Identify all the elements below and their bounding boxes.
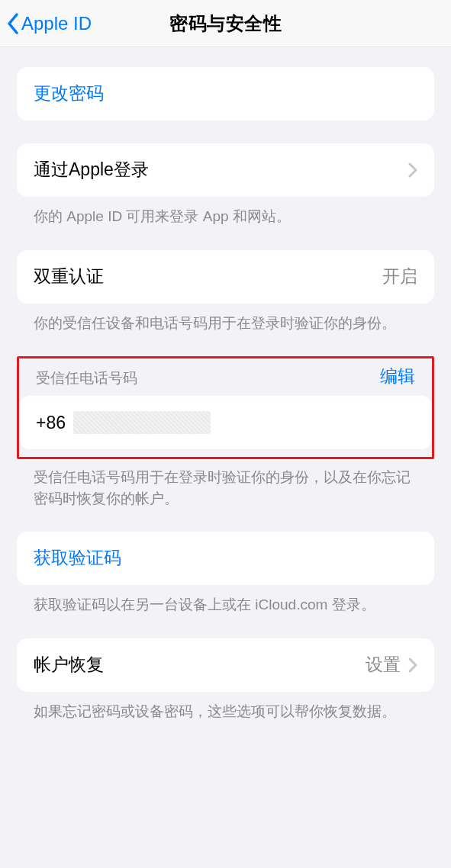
chevron-right-icon — [408, 657, 417, 673]
card: 帐户恢复 设置 — [17, 638, 434, 692]
card: 双重认证 开启 — [17, 250, 434, 304]
account-recovery-row[interactable]: 帐户恢复 设置 — [17, 638, 434, 692]
account-recovery-footer: 如果忘记密码或设备密码，这些选项可以帮你恢复数据。 — [17, 692, 434, 722]
group-change-password: 更改密码 — [17, 67, 434, 121]
two-factor-row[interactable]: 双重认证 开启 — [17, 250, 434, 304]
get-code-footer: 获取验证码以在另一台设备上或在 iCloud.com 登录。 — [17, 585, 434, 616]
account-recovery-label: 帐户恢复 — [34, 654, 366, 676]
trusted-phone-highlight: 受信任电话号码 编辑 +86 — [17, 356, 434, 459]
back-label: Apple ID — [21, 13, 92, 34]
two-factor-label: 双重认证 — [34, 266, 382, 288]
get-code-label: 获取验证码 — [34, 548, 417, 569]
change-password-row[interactable]: 更改密码 — [17, 67, 434, 121]
card: 通过Apple登录 — [17, 143, 434, 197]
group-get-code: 获取验证码 获取验证码以在另一台设备上或在 iCloud.com 登录。 — [17, 532, 434, 616]
sign-in-with-apple-row[interactable]: 通过Apple登录 — [17, 143, 434, 197]
sign-in-with-apple-label: 通过Apple登录 — [34, 159, 401, 181]
navigation-bar: Apple ID 密码与安全性 — [0, 0, 451, 47]
back-button[interactable]: Apple ID — [5, 9, 93, 38]
phone-number-masked — [73, 411, 211, 434]
phone-country-code: +86 — [36, 413, 66, 433]
account-recovery-value: 设置 — [366, 654, 401, 676]
content: 更改密码 通过Apple登录 你的 Apple ID 可用来登录 App 和网站… — [0, 67, 451, 722]
trusted-phone-row[interactable]: +86 — [19, 396, 432, 449]
chevron-right-icon — [408, 162, 417, 178]
trusted-phone-footer: 受信任电话号码用于在登录时验证你的身份，以及在你忘记密码时恢复你的帐户。 — [17, 459, 434, 509]
two-factor-footer: 你的受信任设备和电话号码用于在登录时验证你的身份。 — [17, 304, 434, 334]
trusted-phone-edit-button[interactable]: 编辑 — [380, 365, 415, 388]
sign-in-with-apple-footer: 你的 Apple ID 可用来登录 App 和网站。 — [17, 197, 434, 227]
trusted-phone-header-label: 受信任电话号码 — [36, 368, 137, 388]
card: 更改密码 — [17, 67, 434, 121]
group-sign-in-with-apple: 通过Apple登录 你的 Apple ID 可用来登录 App 和网站。 — [17, 143, 434, 227]
card: +86 — [19, 396, 432, 449]
group-account-recovery: 帐户恢复 设置 如果忘记密码或设备密码，这些选项可以帮你恢复数据。 — [17, 638, 434, 722]
two-factor-value: 开启 — [382, 266, 417, 288]
change-password-label: 更改密码 — [34, 83, 417, 104]
trusted-phone-header: 受信任电话号码 编辑 — [19, 363, 432, 396]
get-code-row[interactable]: 获取验证码 — [17, 532, 434, 585]
chevron-left-icon — [6, 12, 20, 35]
card: 获取验证码 — [17, 532, 434, 585]
group-two-factor: 双重认证 开启 你的受信任设备和电话号码用于在登录时验证你的身份。 — [17, 250, 434, 334]
